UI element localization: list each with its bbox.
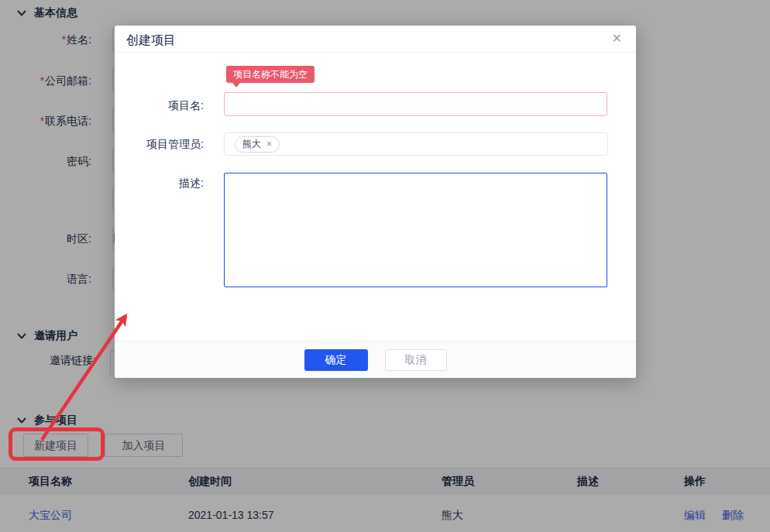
modal-header: 创建项目 ✕ bbox=[115, 26, 636, 53]
project-admin-label: 项目管理员: bbox=[115, 138, 204, 152]
error-tooltip: 项目名称不能为空 bbox=[226, 66, 315, 83]
description-label: 描述: bbox=[115, 177, 204, 190]
tag-remove-icon[interactable]: × bbox=[266, 139, 272, 149]
admin-tag-label: 熊大 bbox=[242, 138, 261, 151]
error-tooltip-arrow bbox=[232, 83, 240, 88]
close-icon[interactable]: ✕ bbox=[612, 31, 622, 46]
project-name-input[interactable] bbox=[224, 92, 607, 116]
modal-title: 创建项目 bbox=[126, 33, 176, 49]
create-project-modal: 创建项目 ✕ 项目名称不能为空 项目名: 项目管理员: 熊大 × 描述: 确定 … bbox=[115, 26, 636, 378]
project-admin-select[interactable]: 熊大 × bbox=[224, 132, 608, 156]
description-textarea[interactable] bbox=[224, 173, 607, 287]
cancel-button[interactable]: 取消 bbox=[385, 349, 447, 371]
admin-tag[interactable]: 熊大 × bbox=[235, 136, 280, 153]
profile-settings-page: 基本信息 *姓名: *公司邮箱: *联系电话: 密码: 时区: 语言: 邀请用户… bbox=[0, 0, 770, 532]
project-name-label: 项目名: bbox=[115, 99, 204, 113]
confirm-button[interactable]: 确定 bbox=[304, 349, 368, 371]
modal-footer: 确定 取消 bbox=[115, 341, 636, 378]
